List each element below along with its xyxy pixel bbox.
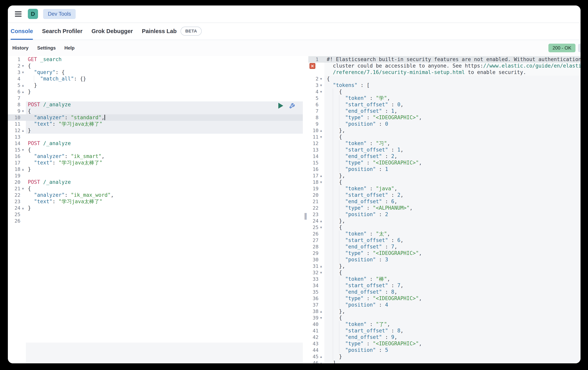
code-line[interactable]: 26	[8, 218, 303, 224]
code-line[interactable]: 9▾{	[8, 108, 303, 114]
fold-arrow-icon[interactable]: ▴	[318, 127, 324, 134]
code-line[interactable]: 15 "type" : "<IDEOGRAPHIC>",	[308, 160, 580, 166]
code-line[interactable]: 17▴ },	[308, 172, 580, 179]
code-line[interactable]: 12▴}	[8, 127, 303, 134]
code-line[interactable]: 39▾ {	[308, 315, 580, 321]
code-line[interactable]: 29 "type" : "<IDEOGRAPHIC>",	[308, 250, 580, 256]
tab-console[interactable]: Console	[10, 22, 33, 40]
code-line[interactable]: 2▾{	[308, 76, 580, 82]
fold-arrow-icon[interactable]: ▴	[318, 353, 324, 360]
code-line[interactable]: 23 "position" : 2	[308, 211, 580, 218]
code-line[interactable]: 5 "token" : "学",	[308, 95, 580, 101]
code-line[interactable]: 24▴}	[8, 205, 303, 211]
code-line[interactable]: 11 "text": "学习java太棒了"	[8, 121, 303, 127]
code-line[interactable]: 33 "token" : "棒",	[308, 276, 580, 282]
code-line[interactable]: 38▴ },	[308, 308, 580, 315]
code-line[interactable]: 14 "end_offset" : 2,	[308, 153, 580, 160]
fold-arrow-icon[interactable]: ▾	[318, 134, 324, 140]
code-line[interactable]: 8POST /_analyze	[8, 101, 303, 108]
fold-arrow-icon[interactable]: ▴	[318, 172, 324, 179]
code-line[interactable]: 4 "match_all": {}	[8, 76, 303, 82]
breadcrumb[interactable]: Dev Tools	[43, 9, 76, 19]
code-line[interactable]: 6 "start_offset" : 0,	[308, 101, 580, 108]
fold-arrow-icon[interactable]: ▴	[318, 263, 324, 269]
code-line[interactable]: 3▾ "tokens" : [	[308, 82, 580, 89]
code-line[interactable]: 27 "start_offset" : 6,	[308, 237, 580, 243]
code-line[interactable]: 1GET _search	[8, 56, 303, 63]
code-line[interactable]: 17 "text": "学习java太棒了"	[8, 160, 303, 166]
code-line[interactable]: 19 "token" : "java",	[308, 185, 580, 192]
space-avatar[interactable]: D	[28, 9, 38, 19]
code-line[interactable]: 20POST /_analyze	[8, 179, 303, 185]
code-line[interactable]: 5▴ }	[8, 82, 303, 89]
fold-arrow-icon[interactable]: ▴	[318, 308, 324, 315]
code-line[interactable]: 46▴ ]	[308, 360, 580, 363]
fold-arrow-icon[interactable]: ▾	[318, 76, 324, 82]
fold-arrow-icon[interactable]: ▴	[20, 205, 25, 211]
fold-arrow-icon[interactable]: ▴	[318, 360, 324, 363]
tab-search-profiler[interactable]: Search Profiler	[42, 22, 82, 40]
code-line[interactable]: × cluster could be accessible to anyone.…	[308, 63, 580, 69]
code-line[interactable]: 43 "type" : "<IDEOGRAPHIC>",	[308, 340, 580, 347]
code-line[interactable]: 35 "end_offset" : 8,	[308, 289, 580, 295]
fold-arrow-icon[interactable]: ▾	[20, 63, 25, 69]
fold-arrow-icon[interactable]: ▴	[20, 89, 25, 95]
tab-grok-debugger[interactable]: Grok Debugger	[92, 22, 133, 40]
code-line[interactable]: 6▴}	[8, 89, 303, 95]
code-line[interactable]: 13 "start_offset" : 1,	[308, 147, 580, 153]
code-line[interactable]: 19	[8, 172, 303, 179]
code-line[interactable]: 16 "position" : 1	[308, 166, 580, 172]
code-line[interactable]: 30 "position" : 3	[308, 256, 580, 263]
code-line[interactable]: 9 "position" : 0	[308, 121, 580, 127]
hamburger-menu-icon[interactable]	[15, 10, 22, 18]
code-line[interactable]: 22 "type" : "<ALPHANUM>",	[308, 205, 580, 211]
code-line[interactable]: 25	[8, 211, 303, 218]
request-editor[interactable]: 1GET _search2▾{3▾ "query": {4 "match_all…	[8, 56, 303, 363]
fold-arrow-icon[interactable]: ▾	[318, 315, 324, 321]
code-line[interactable]: 42 "end_offset" : 9,	[308, 334, 580, 340]
code-line[interactable]: 32▾ {	[308, 269, 580, 276]
divider-handle-icon[interactable]: ‖	[304, 213, 307, 219]
fold-arrow-icon[interactable]: ▾	[318, 179, 324, 185]
code-line[interactable]: 13	[8, 134, 303, 140]
code-line[interactable]: 31▴ },	[308, 263, 580, 269]
fold-arrow-icon[interactable]: ▾	[20, 147, 25, 153]
code-line[interactable]: /reference/7.16/security-minimal-setup.h…	[308, 69, 580, 76]
fold-arrow-icon[interactable]: ▾	[20, 69, 25, 76]
code-line[interactable]: 12 "token" : "习",	[308, 140, 580, 147]
code-line[interactable]: 37 "position" : 4	[308, 302, 580, 308]
code-line[interactable]: 23 "text": "学习java太棒了"	[8, 198, 303, 205]
code-line[interactable]: 7 "end_offset" : 1,	[308, 108, 580, 114]
code-line[interactable]: 10 "analyzer": "standard",	[8, 114, 303, 121]
fold-arrow-icon[interactable]: ▴	[20, 127, 25, 134]
tab-painless-lab[interactable]: Painless Lab BETA	[142, 22, 202, 40]
code-line[interactable]: 20 "start_offset" : 2,	[308, 192, 580, 198]
code-line[interactable]: 3▾ "query": {	[8, 69, 303, 76]
code-line[interactable]: 8 "type" : "<IDEOGRAPHIC>",	[308, 114, 580, 121]
code-line[interactable]: 36 "type" : "<IDEOGRAPHIC>",	[308, 295, 580, 302]
code-line[interactable]: 41 "start_offset" : 8,	[308, 328, 580, 334]
code-line[interactable]: 21 "end_offset" : 6,	[308, 198, 580, 205]
fold-arrow-icon[interactable]: ▾	[318, 269, 324, 276]
code-line[interactable]: 26 "token" : "太",	[308, 231, 580, 237]
code-line[interactable]: 24▴ },	[308, 218, 580, 224]
fold-arrow-icon[interactable]: ▾	[20, 185, 25, 192]
code-line[interactable]: 21▾{	[8, 185, 303, 192]
code-line[interactable]: 16 "analyzer": "ik_smart",	[8, 153, 303, 160]
code-line[interactable]: 14POST /_analyze	[8, 140, 303, 147]
fold-arrow-icon[interactable]: ▾	[318, 224, 324, 231]
code-line[interactable]: 28 "end_offset" : 7,	[308, 243, 580, 250]
play-icon[interactable]	[278, 103, 283, 109]
code-line[interactable]: 10▴ },	[308, 127, 580, 134]
code-line[interactable]: 34 "start_offset" : 7,	[308, 282, 580, 289]
code-line[interactable]: 15▾{	[8, 147, 303, 153]
fold-arrow-icon[interactable]: ▴	[20, 166, 25, 172]
fold-arrow-icon[interactable]: ▾	[318, 82, 324, 89]
code-line[interactable]: 45▴ }	[308, 353, 580, 360]
fold-arrow-icon[interactable]: ▾	[318, 89, 324, 95]
menu-history[interactable]: History	[12, 45, 29, 51]
code-line[interactable]: 44 "position" : 5	[308, 347, 580, 353]
code-line[interactable]: 7	[8, 95, 303, 101]
code-line[interactable]: 2▾{	[8, 63, 303, 69]
response-viewer[interactable]: 1#! Elasticsearch built-in security feat…	[308, 56, 580, 363]
